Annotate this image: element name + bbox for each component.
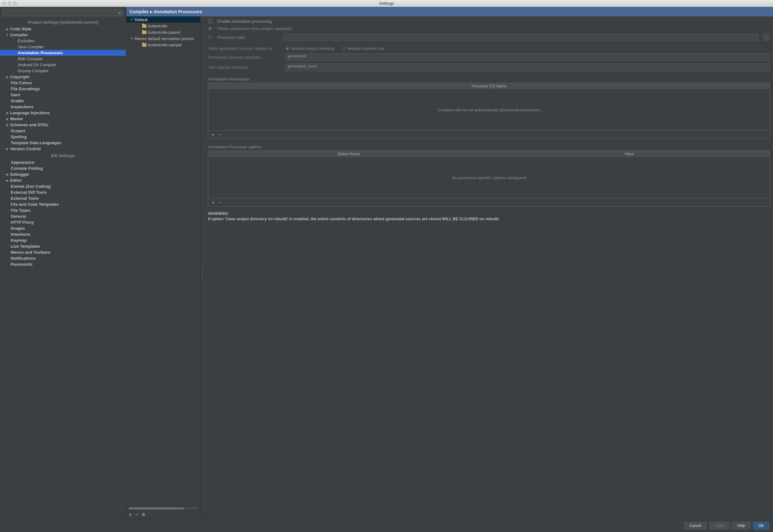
tree-console-folding[interactable]: Console Folding bbox=[0, 165, 126, 171]
tree-file-code-templates[interactable]: File and Code Templates bbox=[0, 201, 126, 207]
breadcrumb-leaf: Annotation Processors bbox=[154, 9, 202, 14]
tree-keymap[interactable]: Keymap bbox=[0, 237, 126, 243]
add-processor-button[interactable]: + bbox=[211, 132, 214, 138]
tree-external-diff-tools[interactable]: External Diff Tools bbox=[0, 189, 126, 195]
processor-path-radio[interactable] bbox=[208, 35, 212, 39]
processors-empty-text: Compiler will run all automatically disc… bbox=[438, 108, 541, 112]
profile-default[interactable]: ▼ Default bbox=[126, 16, 200, 23]
tree-excludes[interactable]: Excludes bbox=[0, 38, 126, 44]
folder-icon bbox=[142, 24, 146, 28]
tree-language-injections[interactable]: ▶Language Injections bbox=[0, 110, 126, 116]
tree-file-colors[interactable]: File Colors bbox=[0, 80, 126, 86]
tree-version-control[interactable]: ▶Version Control bbox=[0, 146, 126, 152]
settings-tree[interactable]: Project Settings [butterknife-parent] ▶C… bbox=[0, 18, 126, 519]
tree-passwords[interactable]: Passwords bbox=[0, 261, 126, 267]
expand-icon[interactable]: ▶ bbox=[6, 173, 9, 176]
module-content-root-radio[interactable] bbox=[342, 46, 346, 50]
tree-external-tools[interactable]: External Tools bbox=[0, 195, 126, 201]
apply-button[interactable]: Apply bbox=[709, 522, 729, 529]
options-empty-text: No processor-specific options configured bbox=[452, 175, 526, 180]
tree-general[interactable]: General bbox=[0, 213, 126, 219]
tree-annotation-processors[interactable]: Annotation Processors bbox=[0, 50, 126, 56]
profile-butterknife[interactable]: butterknife bbox=[126, 23, 200, 29]
tree-http-proxy[interactable]: HTTP Proxy bbox=[0, 219, 126, 225]
tree-android-dx-compiler[interactable]: Android DX Compiler bbox=[0, 62, 126, 68]
processors-toolbar: + − bbox=[208, 131, 770, 139]
tree-gradle[interactable]: Gradle bbox=[0, 98, 126, 104]
profile-butterknife-parent[interactable]: butterknife-parent bbox=[126, 29, 200, 35]
tree-maven[interactable]: ▶Maven bbox=[0, 116, 126, 122]
tree-file-types[interactable]: File Types bbox=[0, 207, 126, 213]
tree-notifications[interactable]: Notifications bbox=[0, 255, 126, 261]
collapse-icon[interactable]: ▼ bbox=[130, 37, 133, 40]
enable-annotation-checkbox[interactable] bbox=[208, 19, 212, 24]
processor-path-input[interactable] bbox=[283, 33, 758, 41]
tree-copyright[interactable]: ▶Copyright bbox=[0, 74, 126, 80]
tree-debugger[interactable]: ▶Debugger bbox=[0, 171, 126, 177]
move-to-button[interactable]: ⎘ bbox=[142, 512, 145, 517]
expand-icon[interactable]: ▶ bbox=[6, 179, 9, 182]
remove-profile-button[interactable]: − bbox=[135, 512, 138, 517]
expand-icon[interactable]: ▶ bbox=[6, 117, 9, 121]
tree-images[interactable]: Images bbox=[0, 225, 126, 231]
chevron-right-icon: ▶ bbox=[150, 10, 152, 14]
tree-compiler[interactable]: ▼Compiler bbox=[0, 32, 126, 38]
horizontal-scrollbar[interactable] bbox=[126, 507, 200, 510]
tree-scopes[interactable]: Scopes bbox=[0, 128, 126, 134]
expand-icon[interactable]: ▶ bbox=[6, 111, 9, 115]
tree-gant[interactable]: Gant bbox=[0, 92, 126, 98]
prod-sources-input[interactable]: generated bbox=[285, 53, 770, 61]
help-button[interactable]: Help bbox=[732, 522, 751, 529]
warning-body: If option 'Clear output directory on reb… bbox=[208, 216, 770, 222]
obtain-classpath-radio[interactable] bbox=[208, 27, 212, 31]
tree-groovy-compiler[interactable]: Groovy Compiler bbox=[0, 68, 126, 74]
collapse-icon[interactable]: ▼ bbox=[130, 18, 133, 21]
test-sources-input[interactable]: generated_tests bbox=[285, 63, 770, 71]
section-project-settings: Project Settings [butterknife-parent] bbox=[0, 18, 126, 26]
expand-icon[interactable]: ▶ bbox=[6, 27, 9, 31]
add-profile-button[interactable]: + bbox=[129, 512, 132, 517]
tree-rmi-compiler[interactable]: RMI Compiler bbox=[0, 56, 126, 62]
tree-file-encodings[interactable]: File Encodings bbox=[0, 86, 126, 92]
titlebar: Settings bbox=[0, 0, 773, 7]
profiles-tree[interactable]: ▼ Default butterknife butterknife-parent… bbox=[126, 16, 200, 507]
tree-inspections[interactable]: Inspections bbox=[0, 104, 126, 110]
window-title: Settings bbox=[0, 1, 773, 6]
tree-appearance[interactable]: Appearance bbox=[0, 159, 126, 165]
tree-live-templates[interactable]: Live Templates bbox=[0, 243, 126, 249]
tree-template-data-languages[interactable]: Template Data Languages bbox=[0, 140, 126, 146]
breadcrumb-root[interactable]: Compiler bbox=[129, 9, 149, 14]
tree-editor[interactable]: ▶Editor bbox=[0, 177, 126, 183]
module-content-root-label: Module content root bbox=[348, 46, 384, 51]
tree-schemas-dtds[interactable]: ▶Schemas and DTDs bbox=[0, 122, 126, 128]
add-option-button[interactable]: + bbox=[211, 200, 214, 205]
clear-search-icon[interactable]: ⊗ bbox=[118, 10, 122, 15]
tree-menus-toolbars[interactable]: Menus and Toolbars bbox=[0, 249, 126, 255]
tree-spelling[interactable]: Spelling bbox=[0, 134, 126, 140]
profile-maven-default[interactable]: ▼ Maven default annotation proces bbox=[126, 35, 200, 42]
expand-icon[interactable]: ▶ bbox=[6, 147, 9, 151]
enable-annotation-label: Enable annotation processing bbox=[217, 19, 271, 24]
test-sources-label: Test sources directory: bbox=[208, 65, 282, 70]
tree-java-compiler[interactable]: Java Compiler bbox=[0, 44, 126, 50]
module-output-radio[interactable] bbox=[285, 46, 289, 50]
search-input[interactable]: ⊗ bbox=[2, 9, 124, 16]
tree-emmet[interactable]: Emmet (Zen Coding) bbox=[0, 183, 126, 189]
collapse-icon[interactable]: ▼ bbox=[6, 33, 9, 37]
tree-intentions[interactable]: Intentions bbox=[0, 231, 126, 237]
prod-sources-label: Production sources directory: bbox=[208, 55, 282, 60]
cancel-button[interactable]: Cancel bbox=[684, 522, 707, 529]
remove-processor-button[interactable]: − bbox=[219, 132, 222, 138]
profile-butterknife-sample[interactable]: butterknife-sample bbox=[126, 42, 200, 48]
browse-button[interactable]: … bbox=[763, 34, 770, 41]
remove-option-button[interactable]: − bbox=[219, 200, 222, 205]
resize-grip-icon[interactable] bbox=[201, 268, 203, 277]
expand-icon[interactable]: ▶ bbox=[6, 123, 9, 127]
processors-table-body: Compiler will run all automatically disc… bbox=[208, 89, 770, 130]
options-col-value: Value bbox=[489, 152, 770, 156]
tree-code-style[interactable]: ▶Code Style bbox=[0, 26, 126, 32]
options-col-name: Option Name bbox=[208, 152, 489, 156]
expand-icon[interactable]: ▶ bbox=[6, 75, 9, 79]
ok-button[interactable]: OK bbox=[753, 522, 769, 529]
profiles-panel: ▼ Default butterknife butterknife-parent… bbox=[126, 16, 200, 519]
